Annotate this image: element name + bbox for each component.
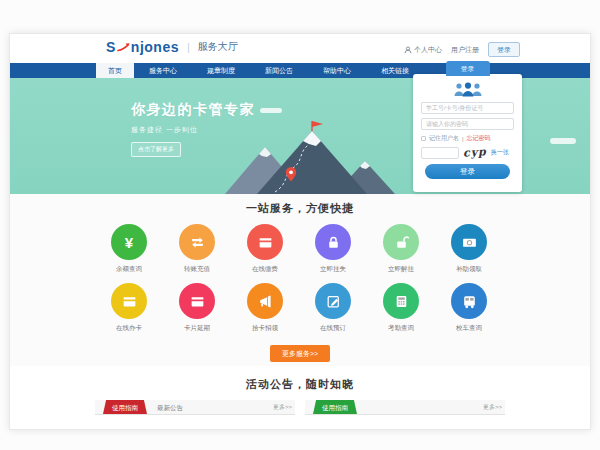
announcements-section: 活动公告，随时知晓 使用指南 最新公告 更多>> 使用指南 更多>> (10, 366, 590, 415)
services-section: 一站服务，方便快捷 ¥ 余额查询 转账充值 (10, 194, 590, 366)
nav-item-news[interactable]: 新闻公告 (250, 63, 308, 78)
site-name: 服务大厅 (198, 40, 238, 54)
header-login-button[interactable]: 登录 (488, 42, 520, 57)
calculator-icon (393, 293, 410, 310)
service-lost-card-claim[interactable]: 拾卡招领 (231, 283, 299, 333)
header: S njones | 服务大厅 个人中心 用户注册 登录 (10, 34, 590, 63)
personal-center-link[interactable]: 个人中心 (404, 45, 442, 55)
logo-text-rest: njones (131, 39, 179, 55)
service-unlock-card[interactable]: 立即解挂 (367, 224, 435, 274)
services-grid: ¥ 余额查询 转账充值 在线缴费 (95, 224, 505, 342)
service-card-extension[interactable]: 卡片延期 (163, 283, 231, 333)
header-links: 个人中心 用户注册 登录 (404, 42, 520, 57)
logo-divider: | (187, 41, 190, 53)
right-more-link[interactable]: 更多>> (483, 400, 502, 415)
users-group-icon (421, 81, 514, 98)
nav-item-service-center[interactable]: 服务中心 (134, 63, 192, 78)
login-submit-button[interactable]: 登录 (425, 164, 511, 179)
services-title: 一站服务，方便快捷 (10, 201, 590, 216)
refresh-captcha-link[interactable]: 换一张 (491, 148, 509, 157)
portal-page: S njones | 服务大厅 个人中心 用户注册 登录 首 (9, 33, 591, 430)
logo[interactable]: S njones | 服务大厅 (106, 39, 238, 55)
announcement-panels: 使用指南 最新公告 更多>> 使用指南 更多>> (95, 400, 505, 415)
service-online-card-apply[interactable]: 在线办卡 (95, 283, 163, 333)
megaphone-icon (257, 293, 274, 310)
login-tab[interactable]: 登录 (446, 61, 490, 76)
announcements-title: 活动公告，随时知晓 (10, 377, 590, 392)
left-panel: 使用指南 最新公告 更多>> (95, 400, 295, 415)
unlock-icon (393, 234, 410, 251)
service-report-loss[interactable]: 立即挂失 (299, 224, 367, 274)
mountain-illustration (217, 119, 397, 194)
hero-cta-button[interactable]: 点击了解更多 (131, 142, 181, 157)
service-subsidy-collect[interactable]: 补助领取 (435, 224, 503, 274)
captcha-row: cyp 换一张 (421, 146, 514, 159)
cloud-shape (550, 138, 576, 144)
register-link[interactable]: 用户注册 (451, 45, 479, 55)
service-attendance-inquiry[interactable]: 考勤查询 (367, 283, 435, 333)
bank-card-icon (189, 293, 206, 310)
transfer-arrows-icon (189, 234, 206, 251)
banknote-icon (461, 234, 478, 251)
edit-pencil-icon (325, 293, 342, 310)
service-school-bus-inquiry[interactable]: 校车查询 (435, 283, 503, 333)
forgot-password-link[interactable]: 忘记密码 (467, 134, 491, 143)
tab-usage-guide[interactable]: 使用指南 (103, 400, 147, 414)
user-icon (404, 46, 412, 54)
service-online-payment[interactable]: 在线缴费 (231, 224, 299, 274)
bus-icon (461, 293, 478, 310)
password-input[interactable] (421, 118, 514, 130)
remember-divider: | (462, 136, 464, 142)
logo-arrow-icon (117, 42, 130, 52)
service-balance-inquiry[interactable]: ¥ 余额查询 (95, 224, 163, 274)
more-services-button[interactable]: 更多服务>> (270, 345, 330, 362)
tab-latest-announcements[interactable]: 最新公告 (147, 400, 193, 414)
left-more-link[interactable]: 更多>> (273, 400, 292, 415)
captcha-image[interactable]: cyp (463, 145, 488, 160)
cloud-shape (260, 108, 282, 113)
right-tabbar: 使用指南 更多>> (305, 400, 505, 415)
service-transfer-recharge[interactable]: 转账充值 (163, 224, 231, 274)
left-tabbar: 使用指南 最新公告 更多>> (95, 400, 295, 415)
bank-card-icon (121, 293, 138, 310)
service-online-booking[interactable]: 在线预订 (299, 283, 367, 333)
bank-card-icon (257, 234, 274, 251)
yen-icon: ¥ (125, 235, 133, 250)
login-card: 登录 记住用户名 | 忘记密码 c (413, 74, 522, 192)
lock-icon (325, 234, 342, 251)
username-input[interactable] (421, 102, 514, 114)
captcha-input[interactable] (421, 147, 459, 159)
hero-banner: 你身边的卡管专家 服务捷径 一步到位 点击了解更多 登录 (10, 78, 590, 194)
remember-label: 记住用户名 (429, 134, 459, 143)
hero-title: 你身边的卡管专家 (131, 101, 255, 119)
right-panel: 使用指南 更多>> (305, 400, 505, 415)
logo-text-s: S (106, 39, 116, 55)
nav-item-home[interactable]: 首页 (96, 63, 134, 78)
nav-item-rules[interactable]: 规章制度 (192, 63, 250, 78)
remember-checkbox[interactable] (421, 136, 426, 141)
nav-item-help[interactable]: 帮助中心 (308, 63, 366, 78)
remember-row: 记住用户名 | 忘记密码 (421, 134, 514, 143)
tab-usage-guide-right[interactable]: 使用指南 (313, 400, 357, 414)
